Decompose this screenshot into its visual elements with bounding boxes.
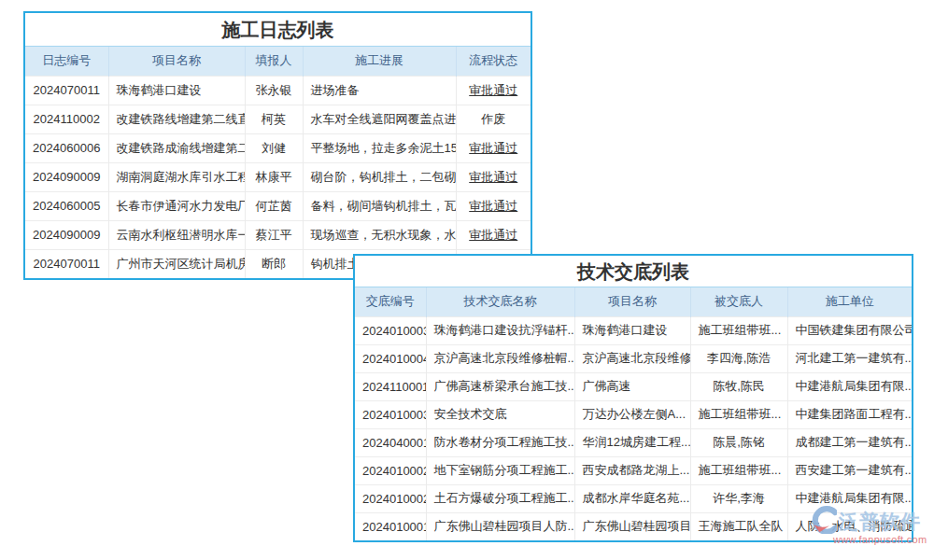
log-project-cell[interactable]: 改建铁路成渝线增建第二... <box>108 133 245 162</box>
construction-log-title: 施工日志列表 <box>25 13 531 47</box>
disclosure-unit-cell: 中建港航局集团有限... <box>787 484 912 512</box>
disclosure-name-cell[interactable]: 安全技术交底 <box>426 400 574 428</box>
log-progress-cell: 砌台阶，钩机排土，二包砌... <box>303 162 456 191</box>
disclosure-col-header-5: 施工单位 <box>787 287 912 316</box>
disclosure-project-cell[interactable]: 珠海鹤港口建设 <box>574 316 690 344</box>
log-progress-cell: 水车对全线遮阳网覆盖点进... <box>303 105 456 133</box>
disclosure-project-cell[interactable]: 万达办公楼左侧A... <box>574 400 690 428</box>
log-project-cell[interactable]: 湖南洞庭湖水库引水工程... <box>108 162 245 191</box>
disclosure-id-cell[interactable]: 2024010001 <box>355 512 426 540</box>
disclosure-id-cell[interactable]: 2024110001 <box>355 372 426 400</box>
disclosure-col-header-4: 被交底人 <box>690 287 787 316</box>
log-project-cell[interactable]: 改建铁路线增建第二线直... <box>108 105 245 133</box>
disclosure-row: 2024010002土石方爆破分项工程施工...成都水岸华庭名苑...许华,李海… <box>355 484 912 512</box>
log-reporter-cell[interactable]: 蔡江平 <box>245 220 303 249</box>
screen: 施工日志列表 日志编号项目名称填报人施工进展流程状态 2024070011珠海鹤… <box>0 0 934 560</box>
disclosure-person-cell: 许华,李海 <box>690 484 787 512</box>
log-status-cell[interactable]: 审批通过 <box>456 133 531 162</box>
disclosure-col-header-3: 项目名称 <box>574 287 690 316</box>
log-status-cell[interactable]: 审批通过 <box>456 220 531 249</box>
disclosure-unit-cell: 中国铁建集团有限公司 <box>787 316 912 344</box>
disclosure-project-cell[interactable]: 广东佛山碧桂园项目 <box>574 512 690 540</box>
disclosure-id-cell[interactable]: 2024010002 <box>355 484 426 512</box>
log-project-cell[interactable]: 云南水利枢纽潜明水库一... <box>108 220 245 249</box>
disclosure-person-cell: 施工班组带班... <box>690 400 787 428</box>
log-id-cell[interactable]: 2024060005 <box>25 191 108 220</box>
log-project-cell[interactable]: 广州市天河区统计局机房... <box>108 249 245 278</box>
log-reporter-cell[interactable]: 刘健 <box>245 133 303 162</box>
tech-disclosure-title: 技术交底列表 <box>355 256 912 287</box>
log-status-cell[interactable]: 审批通过 <box>456 191 531 220</box>
disclosure-unit-cell: 中建港航局集团有限... <box>787 372 912 400</box>
log-id-cell[interactable]: 2024110002 <box>25 105 108 133</box>
log-reporter-cell[interactable]: 张永银 <box>245 76 303 105</box>
log-id-cell[interactable]: 2024070011 <box>25 249 108 278</box>
disclosure-person-cell: 陈牧,陈民 <box>690 372 787 400</box>
disclosure-id-cell[interactable]: 2024010003 <box>355 400 426 428</box>
disclosure-name-cell[interactable]: 京沪高速北京段维修桩帽... <box>426 344 574 372</box>
log-col-header-3: 填报人 <box>245 47 303 76</box>
tech-disclosure-panel: 技术交底列表 交底编号技术交底名称项目名称被交底人施工单位 2024010003… <box>353 254 913 542</box>
disclosure-project-cell[interactable]: 西安成都路龙湖上... <box>574 456 690 484</box>
log-reporter-cell[interactable]: 何芷茵 <box>245 191 303 220</box>
disclosure-unit-cell: 西安建工第一建筑有... <box>787 456 912 484</box>
tech-disclosure-table: 交底编号技术交底名称项目名称被交底人施工单位 2024010003珠海鹤港口建设… <box>355 287 912 540</box>
disclosure-row: 2024010004京沪高速北京段维修桩帽...京沪高速北京段维修李四海,陈浩河… <box>355 344 912 372</box>
tech-disclosure-header-row: 交底编号技术交底名称项目名称被交底人施工单位 <box>355 287 912 316</box>
log-reporter-cell[interactable]: 断郎 <box>245 249 303 278</box>
log-project-cell[interactable]: 珠海鹤港口建设 <box>108 76 245 105</box>
disclosure-id-cell[interactable]: 2024010004 <box>355 344 426 372</box>
disclosure-person-cell: 王海施工队全队 <box>690 512 787 540</box>
disclosure-unit-cell: 人防、水电、消防疏通 <box>787 512 912 540</box>
disclosure-col-header-2: 技术交底名称 <box>426 287 574 316</box>
disclosure-row: 2024010002地下室钢筋分项工程施工...西安成都路龙湖上...施工班组带… <box>355 456 912 484</box>
log-progress-cell: 现场巡查，无积水现象，水... <box>303 220 456 249</box>
log-row: 2024090009湖南洞庭湖水库引水工程...林康平砌台阶，钩机排土，二包砌.… <box>25 162 531 191</box>
disclosure-id-cell[interactable]: 2024010002 <box>355 456 426 484</box>
log-progress-cell: 备料，砌间墙钩机排土，瓦... <box>303 191 456 220</box>
disclosure-row: 2024010003安全技术交底万达办公楼左侧A...施工班组带班...中建集团… <box>355 400 912 428</box>
log-status-cell[interactable]: 审批通过 <box>456 162 531 191</box>
log-row: 2024060005长春市伊通河水力发电厂...何芷茵备料，砌间墙钩机排土，瓦.… <box>25 191 531 220</box>
disclosure-project-cell[interactable]: 华润12城房建工程... <box>574 428 690 456</box>
disclosure-unit-cell: 河北建工第一建筑有... <box>787 344 912 372</box>
disclosure-col-header-1: 交底编号 <box>355 287 426 316</box>
log-id-cell[interactable]: 2024060006 <box>25 133 108 162</box>
disclosure-person-cell: 李四海,陈浩 <box>690 344 787 372</box>
disclosure-name-cell[interactable]: 土石方爆破分项工程施工... <box>426 484 574 512</box>
disclosure-id-cell[interactable]: 2024040001 <box>355 428 426 456</box>
log-row: 2024090009云南水利枢纽潜明水库一...蔡江平现场巡查，无积水现象，水.… <box>25 220 531 249</box>
log-col-header-5: 流程状态 <box>456 47 531 76</box>
log-col-header-4: 施工进展 <box>303 47 456 76</box>
disclosure-name-cell[interactable]: 广佛高速桥梁承台施工技... <box>426 372 574 400</box>
disclosure-project-cell[interactable]: 京沪高速北京段维修 <box>574 344 690 372</box>
log-id-cell[interactable]: 2024070011 <box>25 76 108 105</box>
log-id-cell[interactable]: 2024090009 <box>25 220 108 249</box>
log-progress-cell: 平整场地，拉走多余泥土15... <box>303 133 456 162</box>
disclosure-row: 2024010003珠海鹤港口建设抗浮锚杆...珠海鹤港口建设施工班组带班...… <box>355 316 912 344</box>
log-row: 2024110002改建铁路线增建第二线直...柯英水车对全线遮阳网覆盖点进..… <box>25 105 531 133</box>
log-id-cell[interactable]: 2024090009 <box>25 162 108 191</box>
disclosure-name-cell[interactable]: 珠海鹤港口建设抗浮锚杆... <box>426 316 574 344</box>
disclosure-project-cell[interactable]: 成都水岸华庭名苑... <box>574 484 690 512</box>
log-progress-cell: 进场准备 <box>303 76 456 105</box>
log-status-cell[interactable]: 作废 <box>456 105 531 133</box>
log-project-cell[interactable]: 长春市伊通河水力发电厂... <box>108 191 245 220</box>
disclosure-name-cell[interactable]: 防水卷材分项工程施工技... <box>426 428 574 456</box>
log-col-header-2: 项目名称 <box>108 47 245 76</box>
construction-log-header-row: 日志编号项目名称填报人施工进展流程状态 <box>25 47 531 76</box>
log-reporter-cell[interactable]: 柯英 <box>245 105 303 133</box>
disclosure-row: 2024110001广佛高速桥梁承台施工技...广佛高速陈牧,陈民中建港航局集团… <box>355 372 912 400</box>
disclosure-person-cell: 陈晨,陈铭 <box>690 428 787 456</box>
disclosure-row: 2024040001防水卷材分项工程施工技...华润12城房建工程...陈晨,陈… <box>355 428 912 456</box>
log-status-cell[interactable]: 审批通过 <box>456 76 531 105</box>
disclosure-id-cell[interactable]: 2024010003 <box>355 316 426 344</box>
log-row: 2024060006改建铁路成渝线增建第二...刘健平整场地，拉走多余泥土15.… <box>25 133 531 162</box>
disclosure-name-cell[interactable]: 广东佛山碧桂园项目人防... <box>426 512 574 540</box>
log-row: 2024070011珠海鹤港口建设张永银进场准备审批通过 <box>25 76 531 105</box>
disclosure-project-cell[interactable]: 广佛高速 <box>574 372 690 400</box>
construction-log-panel: 施工日志列表 日志编号项目名称填报人施工进展流程状态 2024070011珠海鹤… <box>23 11 532 280</box>
disclosure-name-cell[interactable]: 地下室钢筋分项工程施工... <box>426 456 574 484</box>
disclosure-unit-cell: 中建集团路面工程有... <box>787 400 912 428</box>
log-reporter-cell[interactable]: 林康平 <box>245 162 303 191</box>
